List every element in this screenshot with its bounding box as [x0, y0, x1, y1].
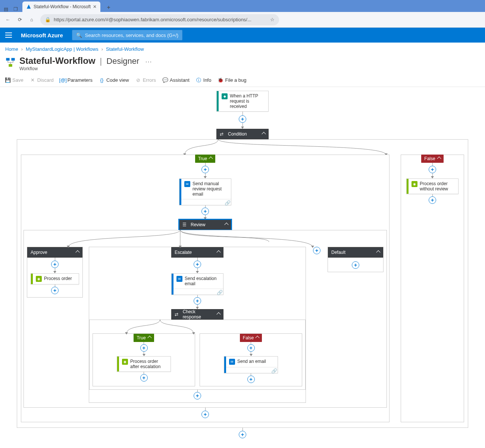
browser-toolbar: ← ⟳ ⌂ 🔒 https://portal.azure.com/#@sophi… — [0, 12, 485, 28]
new-tab-button[interactable]: + — [104, 3, 113, 12]
node-label: Send manual review request email — [193, 181, 228, 197]
chevron-up-icon[interactable] — [217, 312, 220, 317]
page-section: Designer — [106, 56, 139, 66]
chevron-up-icon[interactable] — [76, 250, 79, 255]
breadcrumb-home[interactable]: Home — [5, 46, 18, 52]
tab-title: Stateful-Workflow - Microsoft — [34, 4, 91, 9]
true-pill[interactable]: True — [195, 155, 215, 163]
resource-type: Workflow — [19, 66, 154, 71]
url-bar[interactable]: 🔒 https://portal.azure.com/#@sophiaowen.… — [40, 14, 279, 25]
approve-header[interactable]: Approve — [27, 247, 82, 258]
close-tab-icon[interactable]: ✕ — [93, 4, 97, 9]
chevron-right-icon: › — [21, 46, 23, 52]
page-header: Stateful-Workflow | Designer ⋯ Workflow — [0, 56, 485, 74]
search-input[interactable]: 🔍 Search resources, services, and docs (… — [72, 30, 182, 40]
add-step-button[interactable]: + — [429, 196, 436, 204]
add-step-button[interactable]: + — [140, 374, 148, 382]
send-manual-review-node[interactable]: ✉ Send manual review request email 🔗 — [179, 178, 231, 205]
chevron-up-icon[interactable] — [217, 250, 220, 255]
node-label: Condition — [228, 131, 247, 137]
file-bug-button[interactable]: 🐞File a bug — [218, 77, 246, 83]
escalate-case: Escalate + — [89, 247, 306, 403]
svg-rect-2 — [9, 64, 12, 67]
escalate-header[interactable]: Escalate — [171, 247, 223, 258]
code-view-button[interactable]: {}Code view — [99, 77, 129, 83]
lock-icon: 🔒 — [45, 17, 51, 22]
chevron-up-icon[interactable] — [209, 156, 212, 161]
outlook-icon: ✉ — [176, 276, 182, 282]
process-after-escalation-node[interactable]: ◉ Process order after escalation — [117, 356, 171, 372]
add-step-button[interactable]: + — [194, 261, 201, 268]
chat-icon: 💬 — [163, 78, 168, 83]
more-actions-icon[interactable]: ⋯ — [143, 57, 154, 66]
chevron-up-icon[interactable] — [256, 335, 259, 340]
add-step-button[interactable]: + — [352, 261, 359, 269]
add-step-button[interactable]: + — [239, 115, 246, 123]
home-icon[interactable]: ⌂ — [28, 16, 35, 23]
breadcrumb-app[interactable]: MyStandardLogicApp | Workflows — [26, 46, 98, 52]
add-step-button[interactable]: + — [51, 287, 59, 294]
errors-button[interactable]: ⊘Errors — [136, 77, 156, 83]
check-response-node[interactable]: ⇄ Check response — [171, 309, 223, 320]
trigger-node[interactable]: ◆ When a HTTP request is received — [216, 91, 269, 112]
default-header[interactable]: Default — [328, 247, 383, 258]
node-label: Review — [191, 222, 205, 227]
azure-brand[interactable]: Microsoft Azure — [21, 32, 63, 38]
hamburger-menu-icon[interactable] — [5, 32, 12, 38]
browser-tab-strip: ▤ ❐ Stateful-Workflow - Microsoft ✕ + — [0, 0, 485, 12]
send-escalation-node[interactable]: ✉ Send escalation email 🔗 — [171, 273, 223, 295]
add-step-button[interactable]: + — [51, 261, 59, 268]
add-step-button[interactable]: + — [194, 392, 201, 399]
assistant-button[interactable]: 💬Assistant — [163, 77, 190, 83]
inline-code-icon: ◉ — [412, 181, 417, 187]
refresh-icon[interactable]: ⟳ — [16, 16, 23, 23]
discard-button[interactable]: ✕Discard — [30, 77, 54, 83]
designer-toolbar: 💾Save ✕Discard [@]Parameters {}Code view… — [0, 74, 485, 87]
chevron-up-icon[interactable] — [225, 222, 228, 227]
review-node[interactable]: ☰ Review — [179, 220, 231, 230]
breadcrumb-workflow[interactable]: Stateful-Workflow — [106, 46, 144, 52]
tabs-overview-icon[interactable]: ❐ — [13, 6, 19, 12]
node-label: Process order after escalation — [130, 359, 168, 369]
page-title: Stateful-Workflow — [19, 56, 96, 66]
check-false-branch: False + — [200, 333, 302, 386]
parameters-button[interactable]: [@]Parameters — [60, 77, 93, 83]
add-step-button[interactable]: + — [201, 208, 209, 215]
chevron-up-icon[interactable] — [377, 250, 380, 255]
back-icon[interactable]: ← — [4, 16, 11, 23]
add-step-button[interactable]: + — [239, 431, 246, 438]
add-step-button[interactable]: + — [194, 297, 201, 305]
add-step-button[interactable]: + — [201, 166, 209, 173]
process-no-review-node[interactable]: ◉ Process order without review — [406, 178, 459, 194]
node-label: When a HTTP request is received — [230, 93, 265, 109]
false-pill[interactable]: False — [421, 155, 443, 163]
condition-node[interactable]: ⇄ Condition — [216, 129, 269, 139]
link-icon: 🔗 — [225, 200, 229, 204]
outlook-icon: ✉ — [184, 181, 190, 187]
chevron-up-icon[interactable] — [438, 156, 441, 161]
send-an-email-node[interactable]: ✉ Send an email 🔗 — [224, 356, 278, 373]
designer-canvas[interactable]: ◆ When a HTTP request is received + ⇄ Co… — [0, 87, 485, 448]
add-step-button[interactable]: + — [247, 344, 255, 352]
info-button[interactable]: ⓘInfo — [196, 77, 212, 83]
add-step-button[interactable]: + — [247, 376, 255, 383]
save-button[interactable]: 💾Save — [5, 77, 24, 83]
add-step-button[interactable]: + — [429, 166, 436, 173]
false-pill[interactable]: False — [240, 334, 262, 342]
chevron-right-icon: › — [101, 46, 103, 52]
chevron-up-icon[interactable] — [148, 335, 151, 340]
add-step-button[interactable]: + — [140, 344, 148, 352]
sidebar-toggle-icon[interactable]: ▤ — [3, 6, 9, 12]
true-pill[interactable]: True — [134, 334, 154, 342]
add-case-button[interactable]: + — [313, 247, 320, 254]
process-order-node[interactable]: ◉ Process order — [31, 273, 79, 284]
review-container: Approve + — [24, 230, 387, 408]
condition-icon: ⇄ — [175, 312, 180, 317]
breadcrumb: Home › MyStandardLogicApp | Workflows › … — [0, 43, 485, 56]
node-label: Process order — [44, 276, 72, 281]
favorite-icon[interactable]: ☆ — [270, 17, 275, 22]
browser-tab[interactable]: Stateful-Workflow - Microsoft ✕ — [22, 1, 100, 12]
add-step-button[interactable]: + — [201, 411, 209, 418]
azure-favicon-icon — [26, 4, 31, 9]
chevron-up-icon[interactable] — [262, 131, 265, 137]
